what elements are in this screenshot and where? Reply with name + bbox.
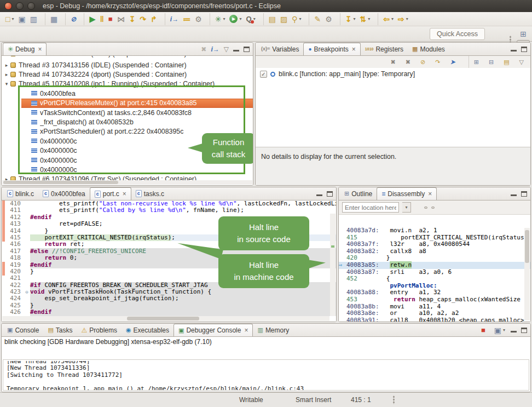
- step-filters-button[interactable]: ⚙ ▾: [193, 13, 204, 25]
- debug-tree-row[interactable]: ▸ Thread #4 1073432224 (dport) (Suspende…: [2, 70, 253, 79]
- disassembly-panel-tab[interactable]: ≡ Disassembly: [377, 187, 437, 200]
- gutter-strip[interactable]: [2, 248, 5, 255]
- new-wizard-button[interactable]: □ ▾: [4, 13, 15, 25]
- last-edit-location-button[interactable]: ↧ ▾: [340, 13, 357, 25]
- code-line[interactable]: 426⇨ #endif: [2, 309, 336, 316]
- line-number[interactable]: 426⇨: [5, 309, 24, 316]
- editor-tab[interactable]: c port.c: [90, 187, 131, 200]
- dropdown-arrow-icon[interactable]: ▾: [223, 16, 225, 21]
- follow-pc-toggle[interactable]: [424, 207, 427, 209]
- gutter-strip[interactable]: [2, 275, 5, 282]
- maximize-icon[interactable]: [521, 47, 527, 52]
- code-text[interactable]: ets_printf("Called by %s line %d\n", fnN…: [30, 207, 336, 214]
- console-panel-tab[interactable]: ◉ Executables: [122, 324, 174, 336]
- quick-access-button[interactable]: Quick Access: [430, 28, 485, 40]
- fold-marker-icon[interactable]: [24, 282, 30, 289]
- editor-vertical-scrollbar[interactable]: [330, 214, 336, 316]
- maximize-icon[interactable]: [521, 191, 527, 197]
- console-panel-tab[interactable]: ▥ Memory: [253, 324, 293, 336]
- close-tab-icon[interactable]: [351, 45, 356, 53]
- suspend-button[interactable]: ‖ ▾: [99, 13, 106, 25]
- console-output[interactable]: [New Thread 1073468744][New Thread 10734…: [3, 359, 529, 391]
- code-text[interactable]: esp_set_breakpoint_if_jtag(function);: [30, 295, 336, 302]
- code-text[interactable]: }: [30, 302, 336, 309]
- close-tab-icon[interactable]: [122, 190, 126, 198]
- gutter-strip[interactable]: [2, 241, 5, 248]
- show-debug-elements-button[interactable]: ≔ ▾: [181, 13, 192, 25]
- fold-marker-icon[interactable]: [24, 248, 30, 255]
- gutter-strip[interactable]: [2, 282, 5, 289]
- view-menu-icon[interactable]: ▽: [224, 46, 229, 53]
- skip-all-breakpoints-button[interactable]: ➤: [448, 56, 456, 68]
- minimize-icon[interactable]: [511, 194, 517, 196]
- terminate-button[interactable]: ■ ▾: [107, 13, 114, 25]
- breakpoint-row[interactable]: ✓ blink.c [function: app_main] [type: Te…: [260, 70, 530, 78]
- mark-occurrences-button[interactable]: ⚙ ▾: [323, 13, 334, 25]
- window-close-button[interactable]: [4, 2, 12, 10]
- open-element-button[interactable]: ▤ ▾: [263, 13, 277, 25]
- console-panel-tab[interactable]: ⚠ Problems: [77, 324, 122, 336]
- dropdown-arrow-icon[interactable]: ▾: [239, 16, 241, 21]
- maximize-icon[interactable]: [244, 47, 250, 52]
- dropdown-arrow-icon[interactable]: ▾: [503, 328, 505, 333]
- resume-button[interactable]: ▶ ▾: [84, 13, 97, 25]
- debug-tree[interactable]: ▸ Thread #2 1073413312 (IDLE) (Suspended…: [2, 56, 253, 185]
- disassembly-panel-tab[interactable]: ⊞ Outline: [340, 187, 377, 200]
- remove-all-breakpoints-button[interactable]: ✖: [404, 56, 412, 68]
- console-panel-tab[interactable]: ▣ Debugger Console: [174, 324, 253, 336]
- gutter-strip[interactable]: [2, 289, 5, 295]
- debug-horizontal-scrollbar[interactable]: [2, 180, 252, 185]
- display-selected-console-button[interactable]: ▣ ▾: [493, 324, 507, 336]
- maximize-icon[interactable]: [521, 328, 527, 333]
- breakpoints-panel-tab[interactable]: ▦ Modules: [408, 43, 449, 55]
- show-breakpoints-for-button[interactable]: ⊘: [419, 56, 427, 68]
- window-minimize-button[interactable]: [16, 2, 24, 10]
- fold-marker-icon[interactable]: [24, 275, 30, 282]
- fold-marker-icon[interactable]: [24, 221, 30, 227]
- fold-marker-icon[interactable]: [24, 309, 30, 316]
- fold-marker-icon[interactable]: [24, 295, 30, 302]
- remove-breakpoint-button[interactable]: ✖: [389, 56, 397, 68]
- debug-tree-row[interactable]: ▸ Thread #2 1073413312 (IDLE) (Suspended…: [2, 56, 253, 60]
- collapse-all-button[interactable]: ⊟: [487, 56, 495, 68]
- skip-breakpoints-button[interactable]: ⊘ ▾: [65, 13, 78, 25]
- save-all-button[interactable]: ▥ ▾: [28, 13, 39, 25]
- fold-marker-icon[interactable]: ⊖: [24, 289, 30, 295]
- step-into-button[interactable]: ↧ ▾: [128, 13, 137, 25]
- gutter-strip[interactable]: [2, 255, 5, 261]
- tree-expand-icon[interactable]: ▾: [4, 81, 9, 87]
- breakpoints-panel-tab[interactable]: ● Breakpoints: [303, 43, 360, 55]
- dropdown-arrow-icon[interactable]: ▾: [391, 16, 394, 21]
- breakpoints-list[interactable]: ✓ blink.c [function: app_main] [type: Te…: [256, 68, 530, 147]
- forward-history-button[interactable]: ⇨ ▾: [396, 13, 410, 25]
- editor-tab[interactable]: c 0x4000bfea: [38, 187, 90, 200]
- dropdown-arrow-icon[interactable]: ▾: [368, 16, 370, 21]
- code-line[interactable]: 424⇨ esp_set_breakpoint_if_jtag(function…: [2, 295, 336, 302]
- tree-expand-icon[interactable]: ▸: [4, 72, 9, 77]
- binary-console-button[interactable]: ▦ ▾: [45, 13, 59, 25]
- dropdown-arrow-icon[interactable]: ▾: [299, 16, 301, 21]
- go-to-file-button[interactable]: ↷: [433, 56, 442, 68]
- fold-marker-icon[interactable]: [24, 262, 30, 268]
- editor-tab[interactable]: c blink.c: [3, 187, 38, 200]
- fold-marker-icon[interactable]: [24, 234, 30, 241]
- search-button[interactable]: ⚲ ▾: [290, 13, 303, 25]
- open-resource-button[interactable]: ▨ ▾: [279, 13, 289, 25]
- fold-marker-icon[interactable]: [24, 207, 30, 214]
- minimize-icon[interactable]: [511, 331, 517, 333]
- minimize-icon[interactable]: [511, 50, 517, 51]
- location-dropdown-icon[interactable]: ▾: [402, 202, 411, 213]
- view-menu-button[interactable]: ▽: [518, 56, 525, 68]
- window-maximize-button[interactable]: [27, 2, 35, 10]
- debug-button[interactable]: ✳ ▾: [210, 13, 227, 25]
- sync-selection-toggle[interactable]: [431, 207, 435, 209]
- console-panel-tab[interactable]: ▤ Tasks: [43, 324, 77, 336]
- dropdown-arrow-icon[interactable]: ▾: [353, 16, 355, 21]
- terminate-console-button[interactable]: ■ ▾: [479, 324, 487, 336]
- instruction-stepping-toggle-icon[interactable]: i→: [211, 46, 219, 53]
- expand-all-button[interactable]: ⊞: [469, 56, 481, 68]
- remove-terminated-icon[interactable]: ✖: [201, 46, 206, 53]
- instruction-stepping-button[interactable]: i→ ▾: [165, 13, 180, 25]
- close-tab-icon[interactable]: [37, 45, 42, 53]
- disconnect-button[interactable]: ⋈ ▾: [115, 13, 126, 25]
